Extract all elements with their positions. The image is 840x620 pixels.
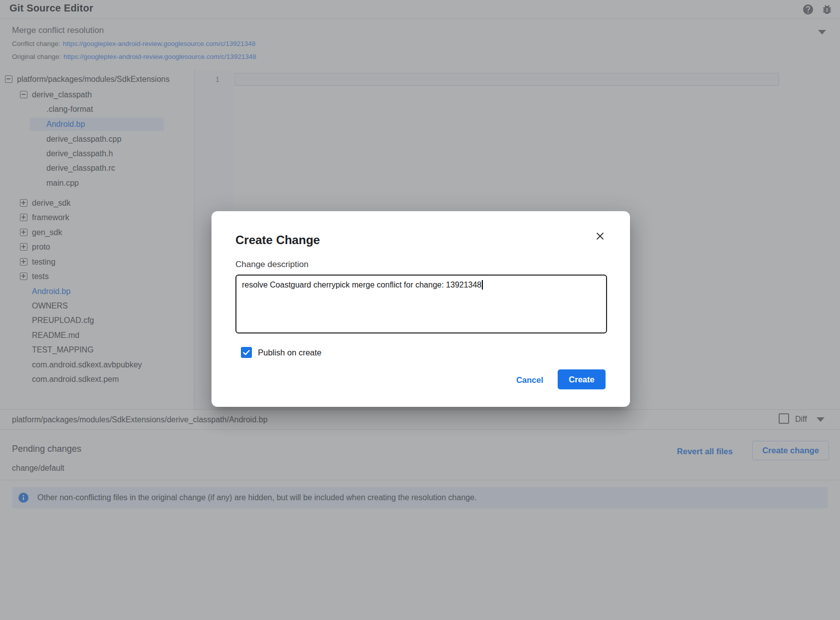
dialog-title: Create Change — [235, 233, 320, 247]
git-source-editor-app: Git Source Editor Merge conflict resolut… — [0, 0, 840, 620]
create-button[interactable]: Create — [558, 369, 606, 389]
cancel-button[interactable]: Cancel — [507, 373, 552, 387]
change-description-value: resolve Coastguard cherrypick merge conf… — [242, 281, 481, 289]
publish-on-create-label[interactable]: Publish on create — [258, 347, 322, 358]
text-cursor — [482, 280, 483, 290]
create-change-dialog: Create Change Change description resolve… — [211, 211, 630, 407]
change-description-input[interactable]: resolve Coastguard cherrypick merge conf… — [235, 275, 607, 333]
change-description-label: Change description — [235, 260, 308, 270]
close-icon[interactable] — [593, 229, 607, 243]
publish-on-create-checkbox[interactable] — [241, 347, 252, 358]
